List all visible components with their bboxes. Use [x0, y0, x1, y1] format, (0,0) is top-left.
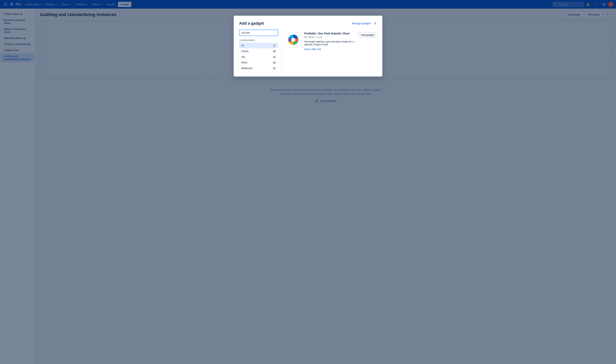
modal-title: Add a gadget	[239, 21, 264, 26]
category-count-wallboard: 1	[272, 67, 276, 70]
modal-body: CATEGORIES All 1 Charts 0 Jira 1 Other 0	[239, 29, 377, 71]
gadget-search-input[interactable]	[239, 29, 278, 36]
gadget-thumbnail	[285, 32, 301, 48]
add-gadget-modal: Add a gadget Manage gadgets ✕ CATEGORIES…	[234, 16, 382, 77]
category-count-charts: 0	[272, 50, 276, 53]
categories-label: CATEGORIES	[239, 39, 278, 41]
gadget-xml-link[interactable]: Show XML link	[304, 48, 321, 51]
category-item-jira[interactable]: Jira 1	[239, 54, 278, 60]
category-item-wallboard[interactable]: Wallboard 1	[239, 65, 278, 71]
category-count-all: 1	[272, 44, 276, 47]
modal-left-panel: CATEGORIES All 1 Charts 0 Jira 1 Other 0	[239, 29, 278, 71]
category-count-jira: 1	[272, 56, 276, 58]
gadget-name: Profields: One Field Statistic Chart	[304, 32, 355, 35]
modal-header-right: Manage gadgets ✕	[352, 21, 377, 26]
modal-close-button[interactable]: ✕	[373, 21, 377, 26]
gadget-result: Profields: One Field Statistic Chart By …	[285, 29, 377, 53]
svg-point-1	[291, 38, 295, 42]
gadget-info: Profields: One Field Statistic Chart By …	[304, 32, 355, 51]
svg-rect-4	[296, 41, 297, 42]
category-item-charts[interactable]: Charts 0	[239, 48, 278, 54]
modal-right-panel: Profields: One Field Statistic Chart By …	[281, 29, 377, 71]
manage-gadgets-link[interactable]: Manage gadgets	[352, 22, 371, 25]
modal-overlay: Add a gadget Manage gadgets ✕ CATEGORIES…	[0, 0, 616, 364]
svg-rect-3	[296, 39, 298, 40]
gadget-pie-chart-icon	[287, 34, 299, 46]
modal-header: Add a gadget Manage gadgets ✕	[239, 21, 377, 26]
gadget-by: By Deiser • Local	[304, 36, 355, 39]
category-item-other[interactable]: Other 0	[239, 60, 278, 65]
svg-rect-2	[296, 38, 297, 39]
category-count-other: 0	[272, 61, 276, 64]
category-item-all[interactable]: All 1	[239, 43, 278, 48]
gadget-description: Generate statistics (pie and bar) charts…	[304, 40, 355, 46]
modal-add-gadget-button[interactable]: Add gadget	[358, 32, 377, 38]
